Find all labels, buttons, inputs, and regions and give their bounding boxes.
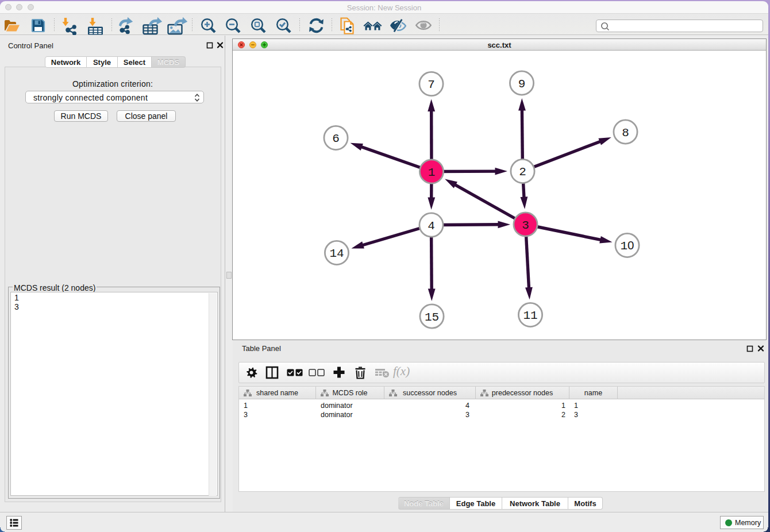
svg-text:9: 9 bbox=[518, 78, 526, 91]
svg-text:1: 1 bbox=[428, 166, 436, 179]
svg-text:6: 6 bbox=[332, 132, 340, 145]
svg-text:10: 10 bbox=[620, 238, 634, 253]
svg-text:11: 11 bbox=[523, 309, 537, 322]
svg-text:15: 15 bbox=[425, 311, 439, 324]
svg-text:3: 3 bbox=[522, 219, 529, 232]
svg-text:4: 4 bbox=[428, 219, 435, 233]
svg-text:14: 14 bbox=[329, 247, 344, 260]
svg-text:8: 8 bbox=[622, 126, 629, 140]
svg-text:2: 2 bbox=[519, 165, 526, 179]
svg-text:7: 7 bbox=[428, 78, 435, 91]
